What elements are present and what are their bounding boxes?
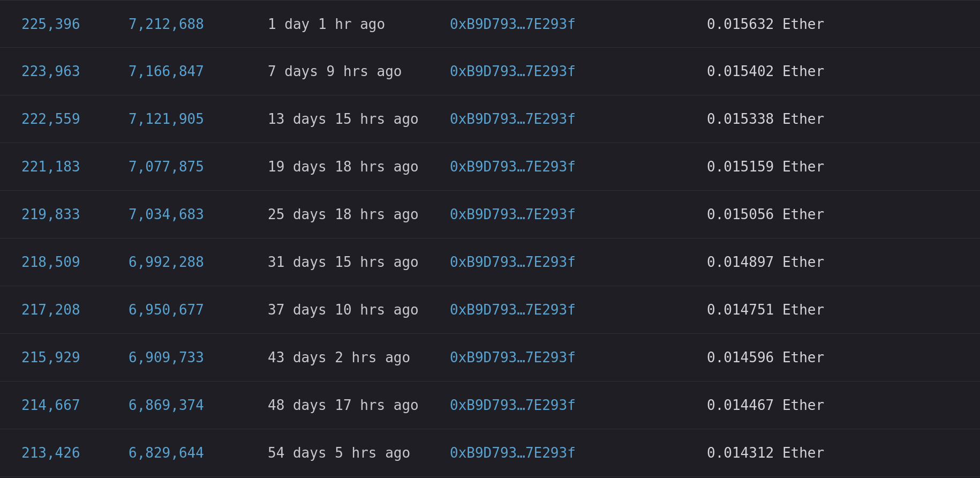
cell-address[interactable]: 0xB9D793…7E293f — [450, 159, 707, 175]
cell-id[interactable]: 219,833 — [21, 206, 129, 222]
cell-id[interactable]: 217,208 — [21, 302, 129, 318]
cell-block[interactable]: 7,166,847 — [129, 63, 268, 79]
cell-time: 54 days 5 hrs ago — [268, 445, 450, 461]
cell-value: 0.014467 Ether — [707, 397, 894, 413]
table-row: 223,963 7,166,847 7 days 9 hrs ago 0xB9D… — [0, 48, 980, 95]
cell-address[interactable]: 0xB9D793…7E293f — [450, 302, 707, 318]
table-row: 222,559 7,121,905 13 days 15 hrs ago 0xB… — [0, 95, 980, 143]
cell-id[interactable]: 218,509 — [21, 254, 129, 270]
cell-address[interactable]: 0xB9D793…7E293f — [450, 16, 707, 32]
cell-id[interactable]: 215,929 — [21, 349, 129, 365]
cell-value: 0.015632 Ether — [707, 16, 894, 32]
cell-address[interactable]: 0xB9D793…7E293f — [450, 254, 707, 270]
cell-id[interactable]: 223,963 — [21, 63, 129, 79]
cell-time: 43 days 2 hrs ago — [268, 349, 450, 365]
cell-block[interactable]: 6,869,374 — [129, 397, 268, 413]
cell-id[interactable]: 214,667 — [21, 397, 129, 413]
cell-time: 37 days 10 hrs ago — [268, 302, 450, 318]
cell-address[interactable]: 0xB9D793…7E293f — [450, 349, 707, 365]
cell-block[interactable]: 6,829,644 — [129, 445, 268, 461]
cell-address[interactable]: 0xB9D793…7E293f — [450, 206, 707, 222]
cell-block[interactable]: 7,121,905 — [129, 111, 268, 127]
table-row: 221,183 7,077,875 19 days 18 hrs ago 0xB… — [0, 143, 980, 191]
table-row: 214,667 6,869,374 48 days 17 hrs ago 0xB… — [0, 382, 980, 429]
table-row: 218,509 6,992,288 31 days 15 hrs ago 0xB… — [0, 238, 980, 286]
table-row: 225,396 7,212,688 1 day 1 hr ago 0xB9D79… — [0, 0, 980, 48]
cell-id[interactable]: 213,426 — [21, 445, 129, 461]
cell-id[interactable]: 221,183 — [21, 159, 129, 175]
cell-value: 0.014596 Ether — [707, 349, 894, 365]
table-row: 215,929 6,909,733 43 days 2 hrs ago 0xB9… — [0, 334, 980, 382]
cell-block[interactable]: 7,034,683 — [129, 206, 268, 222]
cell-value: 0.014751 Ether — [707, 302, 894, 318]
cell-block[interactable]: 6,992,288 — [129, 254, 268, 270]
cell-address[interactable]: 0xB9D793…7E293f — [450, 63, 707, 79]
cell-block[interactable]: 7,212,688 — [129, 16, 268, 32]
table-row: 219,833 7,034,683 25 days 18 hrs ago 0xB… — [0, 191, 980, 238]
cell-block[interactable]: 6,950,677 — [129, 302, 268, 318]
transactions-table: 225,396 7,212,688 1 day 1 hr ago 0xB9D79… — [0, 0, 980, 477]
table-row: 213,426 6,829,644 54 days 5 hrs ago 0xB9… — [0, 429, 980, 477]
cell-value: 0.015338 Ether — [707, 111, 894, 127]
cell-block[interactable]: 6,909,733 — [129, 349, 268, 365]
cell-block[interactable]: 7,077,875 — [129, 159, 268, 175]
cell-time: 13 days 15 hrs ago — [268, 111, 450, 127]
cell-value: 0.015402 Ether — [707, 63, 894, 79]
cell-time: 7 days 9 hrs ago — [268, 63, 450, 79]
cell-value: 0.015159 Ether — [707, 159, 894, 175]
cell-value: 0.014897 Ether — [707, 254, 894, 270]
cell-time: 31 days 15 hrs ago — [268, 254, 450, 270]
cell-time: 25 days 18 hrs ago — [268, 206, 450, 222]
cell-id[interactable]: 225,396 — [21, 16, 129, 32]
cell-time: 19 days 18 hrs ago — [268, 159, 450, 175]
cell-id[interactable]: 222,559 — [21, 111, 129, 127]
cell-value: 0.014312 Ether — [707, 445, 894, 461]
cell-time: 1 day 1 hr ago — [268, 16, 450, 32]
table-row: 217,208 6,950,677 37 days 10 hrs ago 0xB… — [0, 286, 980, 334]
cell-address[interactable]: 0xB9D793…7E293f — [450, 397, 707, 413]
cell-time: 48 days 17 hrs ago — [268, 397, 450, 413]
cell-address[interactable]: 0xB9D793…7E293f — [450, 111, 707, 127]
cell-value: 0.015056 Ether — [707, 206, 894, 222]
cell-address[interactable]: 0xB9D793…7E293f — [450, 445, 707, 461]
